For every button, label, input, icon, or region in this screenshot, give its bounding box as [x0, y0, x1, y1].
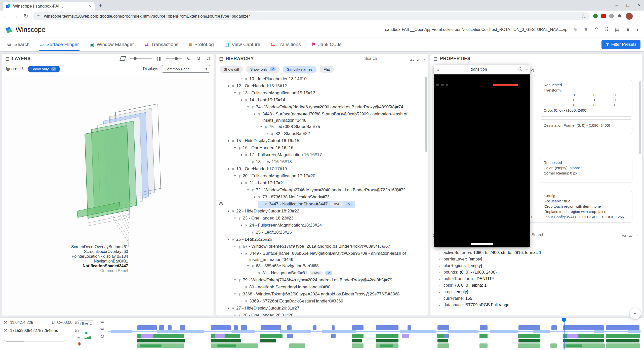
flat-chip[interactable]: Flat [319, 66, 334, 73]
layer-label[interactable]: PointerLocation - display 0#134 [2, 254, 128, 259]
pin-icon[interactable] [238, 145, 243, 152]
property-row[interactable]: ▪blurRegions:[empty] [430, 263, 642, 270]
expand-arrow-icon[interactable]: ▾ [245, 104, 251, 110]
property-row[interactable]: ▪activeBuffer:w: 1080, h: 2400, stride: … [430, 250, 642, 257]
window-minimize-icon[interactable]: – [616, 3, 618, 8]
expand-arrow-icon[interactable]: ▾ [245, 263, 251, 269]
simplify-names-chip[interactable]: Simplify names [283, 66, 316, 73]
expand-arrow-icon[interactable]: ▾ [232, 90, 238, 96]
tree-row[interactable]: ▾21 - Leaf:17:17#21 [216, 180, 428, 187]
expand-arrow-icon[interactable]: ▾ [226, 83, 231, 89]
pin-icon[interactable] [238, 173, 243, 180]
pin-icon[interactable] [231, 83, 236, 90]
tree-row[interactable]: ▾13 - FullscreenMagnification:15:15#13 [216, 90, 428, 97]
property-row[interactable]: ▪crop:{empty} [430, 289, 642, 296]
property-row[interactable]: ▪color:(0, 0, 0), alpha: 1 [430, 283, 642, 289]
zoom-out-icon[interactable] [196, 56, 201, 61]
layer-label[interactable]: ScreenDecorOverlayBottom#61 [2, 244, 128, 249]
tree-row[interactable]: ▾67 - WindowToken{e5176f9 type=2019 andr… [216, 243, 428, 250]
hierarchy-scrollbar[interactable] [425, 77, 427, 152]
tree-row[interactable]: ▾3448 - Surface(name=ed70f88 StatusBar)/… [216, 111, 428, 123]
url-bar[interactable]: winscope.teams.x20web.corp.google.com/pr… [33, 12, 590, 20]
layers-3d-canvas[interactable]: ScreenDecorOverlayBottom#61ScreenDecorOv… [2, 75, 214, 316]
apps-icon[interactable]: ⠿ [605, 27, 609, 33]
zoom-out-icon[interactable] [100, 326, 105, 331]
tree-row[interactable]: •81 - NavigationBar0#81HWCV [216, 270, 428, 277]
tree-row[interactable]: ▾17 - FullscreenMagnification:16:16#17 [216, 152, 428, 159]
pin-icon[interactable] [257, 270, 262, 277]
expand-arrow-icon[interactable]: ▾ [232, 312, 238, 316]
tree-row[interactable]: ▾26 - Leaf:25:25#26 [216, 236, 428, 243]
tree-row[interactable]: •18 - Leaf:16:16#18 [216, 159, 428, 166]
match-case-icon[interactable]: Aa [622, 234, 626, 237]
extension-icon-3[interactable] [609, 14, 614, 18]
visibility-eye-icon[interactable] [219, 201, 223, 206]
wm-trace-icon[interactable]: ≈ [77, 336, 84, 340]
reset-zoom-icon[interactable]: ↻ [100, 333, 105, 339]
pin-icon[interactable] [257, 111, 262, 118]
scroll-left-icon[interactable]: ‹ [4, 339, 5, 343]
tree-row[interactable]: ▾3368 - WindowToken{f6b2f60 type=2024 an… [216, 291, 428, 298]
pin-icon[interactable] [238, 312, 243, 316]
expand-arrow-icon[interactable]: ▾ [232, 215, 238, 221]
tree-row[interactable]: ▾22 - HideDisplayCutout:18:23#22 [216, 208, 428, 215]
extension-icon-2[interactable] [601, 14, 606, 18]
tree-row[interactable]: ▾28 - OneHanded:26:31#28 [216, 312, 428, 316]
tree-row[interactable]: ▾27 - HideDisplayCutout:26:31#27 [216, 305, 428, 312]
tree-row[interactable]: ▾20 - FullscreenMagnification:17:17#20 [216, 173, 428, 180]
expand-arrow-icon[interactable]: ▾ [258, 123, 264, 130]
sf-trace-icon[interactable]: ▱ [77, 330, 84, 335]
tree-row[interactable]: ▾79 - WindowToken{7046b4a type=2024 andr… [216, 277, 428, 284]
layer-label[interactable]: NavigationBar0#81 [2, 259, 128, 264]
expand-arrow-icon[interactable]: ▾ [239, 152, 244, 158]
property-row[interactable]: ▪barrierLayer:[empty] [430, 257, 642, 263]
tree-row[interactable]: •3369 - 67726bf EdgeBackGestureHandler0#… [216, 298, 428, 305]
show-diff-chip[interactable]: Show diff [220, 66, 243, 73]
profile-avatar[interactable] [625, 12, 633, 20]
screen-recording-trace-icon[interactable]: ◉ [77, 341, 84, 346]
whole-word-icon[interactable]: ab [417, 58, 420, 62]
property-row[interactable]: ▪bounds:(0, 0) - (1080, 2400) [430, 270, 642, 276]
browser-menu-icon[interactable]: ⋮ [637, 13, 641, 19]
tab-jank-cujs[interactable]: ⚑Jank CUJs [311, 38, 341, 51]
tab-view-capture[interactable]: ◫View Capture [224, 38, 260, 51]
match-case-icon[interactable]: Aa [410, 58, 414, 62]
tree-row[interactable]: ▾15 - HideDisplayCutout:16:16#15 [216, 138, 428, 145]
expand-arrow-icon[interactable]: ▾ [232, 145, 238, 151]
tab-protolog[interactable]: ≡ProtoLog [189, 38, 214, 51]
tree-row[interactable]: ▾3449 - Surface(name=885b63e NavigationB… [216, 250, 428, 263]
reload-icon[interactable]: ↻ [23, 13, 29, 19]
timeline-filter-chip[interactable]: Filter ▴ [77, 320, 94, 327]
expand-arrow-icon[interactable]: ▾ [239, 222, 244, 228]
back-icon[interactable]: ← [3, 13, 9, 19]
reset-view-icon[interactable]: ↺ [206, 56, 211, 62]
regex-icon[interactable]: .* [423, 58, 425, 62]
site-info-icon[interactable] [37, 14, 41, 18]
pin-icon[interactable] [231, 305, 236, 312]
theme-toggle-icon[interactable]: ◐ [636, 27, 639, 33]
expand-arrow-icon[interactable]: ▾ [252, 111, 257, 117]
tree-row[interactable]: •80 - ace6abb SecondaryHomeHandle0#80 [216, 284, 428, 291]
regex-icon[interactable]: .* [635, 234, 638, 237]
displays-select[interactable]: Common Panel ▾ [162, 65, 210, 73]
expand-arrow-icon[interactable]: ▾ [226, 305, 231, 311]
pin-icon[interactable] [244, 97, 249, 104]
tree-row[interactable]: ▾24 - FullscreenMagnification:18:23#24 [216, 222, 428, 229]
timeline-tracks[interactable] [108, 318, 641, 349]
spacing-slider[interactable] [166, 58, 182, 59]
pin-icon[interactable] [251, 263, 256, 270]
pin-icon[interactable] [238, 291, 243, 298]
scroll-right-icon[interactable]: › [65, 339, 66, 343]
tree-row[interactable]: ▾74 - WindowToken{fdddbe6 type=2000 andr… [216, 104, 428, 111]
tree-row[interactable]: •3447 - NotificationShade#3447HWCV [216, 201, 428, 208]
tab-surface-flinger[interactable]: ▱Surface Flinger [40, 38, 79, 51]
timeline-cursor-handle[interactable] [562, 318, 566, 322]
expand-timeline-button[interactable] [629, 308, 641, 319]
whole-word-icon[interactable]: ab [629, 234, 632, 237]
tree-row[interactable]: ▾23 - OneHanded:18:23#23 [216, 215, 428, 222]
expand-arrow-icon[interactable]: ▾ [239, 250, 244, 256]
pin-icon[interactable] [231, 208, 236, 215]
tree-row[interactable]: ▾12 - OneHanded:15:15#12 [216, 83, 428, 90]
transactions-trace-icon[interactable]: ▣ [85, 330, 91, 335]
pin-icon[interactable] [244, 180, 249, 187]
